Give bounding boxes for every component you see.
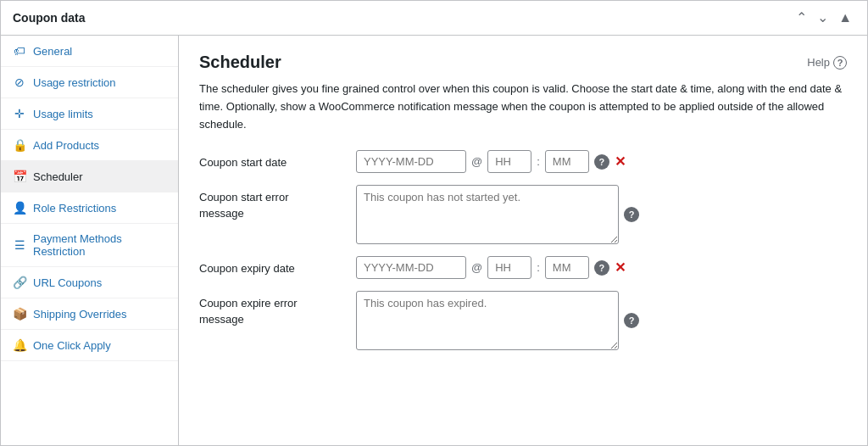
restriction-icon: ⊘ (13, 75, 26, 89)
start-date-label: Coupon start date (199, 150, 356, 170)
link-icon: 🔗 (13, 276, 26, 289)
start-date-clear-icon[interactable]: ✕ (615, 153, 626, 170)
expiry-date-clear-icon[interactable]: ✕ (615, 259, 626, 276)
colon-sign-2: : (537, 261, 540, 274)
sidebar-item-usage-restriction[interactable]: ⊘ Usage restriction (1, 67, 178, 98)
at-sign-1: @ (471, 155, 482, 168)
sidebar-label-add-products: Add Products (33, 139, 99, 152)
sidebar-item-usage-limits[interactable]: ✛ Usage limits (1, 98, 178, 130)
scroll-down-button[interactable]: ⌄ (814, 9, 832, 26)
panel-title: Coupon data (13, 11, 86, 25)
help-icon: ? (833, 56, 847, 70)
form-row-expiry-date: Coupon expiry date @ : ? ✕ (199, 256, 847, 279)
sidebar-item-shipping-overrides[interactable]: 📦 Shipping Overrides (1, 298, 178, 330)
expiry-date-field: @ : ? ✕ (356, 256, 847, 279)
expiry-date-label: Coupon expiry date (199, 256, 356, 276)
sidebar-label-shipping-overrides: Shipping Overrides (33, 308, 127, 321)
section-description: The scheduler gives you fine grained con… (199, 81, 847, 133)
sidebar-item-one-click-apply[interactable]: 🔔 One Click Apply (1, 330, 178, 361)
start-date-field: @ : ? ✕ (356, 150, 847, 173)
start-mm-input[interactable] (545, 150, 589, 173)
section-header: Scheduler Help ? (199, 53, 847, 72)
expiry-hh-input[interactable] (487, 256, 531, 279)
sidebar-label-scheduler: Scheduler (33, 170, 83, 183)
expire-error-field: ? (356, 291, 847, 350)
sidebar-label-usage-restriction: Usage restriction (33, 76, 116, 89)
sidebar-item-role-restrictions[interactable]: 👤 Role Restrictions (1, 192, 178, 224)
lock-icon: 🔒 (13, 138, 26, 152)
start-date-input[interactable] (356, 150, 466, 173)
sidebar-item-scheduler[interactable]: 📅 Scheduler (1, 161, 178, 192)
sidebar-item-payment-methods[interactable]: ☰ Payment Methods Restriction (1, 224, 178, 267)
box-icon: 📦 (13, 307, 26, 321)
expire-error-help-icon[interactable]: ? (624, 313, 639, 328)
start-error-help-icon[interactable]: ? (624, 207, 639, 222)
expire-error-textarea[interactable] (356, 291, 619, 350)
sidebar-label-role-restrictions: Role Restrictions (33, 202, 116, 215)
panel-header: Coupon data ⌃ ⌄ ▲ (1, 1, 867, 36)
list-icon: ☰ (13, 238, 26, 252)
panel-body: 🏷 General ⊘ Usage restriction ✛ Usage li… (1, 36, 867, 445)
sidebar-label-usage-limits: Usage limits (33, 108, 93, 120)
sidebar-label-payment-methods: Payment Methods Restriction (33, 232, 166, 258)
panel-header-controls: ⌃ ⌄ ▲ (793, 9, 855, 26)
help-label: Help (807, 56, 830, 69)
main-content: Scheduler Help ? The scheduler gives you… (179, 36, 867, 445)
section-title: Scheduler (199, 53, 281, 72)
sidebar-item-url-coupons[interactable]: 🔗 URL Coupons (1, 267, 178, 298)
sidebar-label-url-coupons: URL Coupons (33, 276, 102, 289)
start-date-help-icon[interactable]: ? (594, 154, 609, 170)
expiry-mm-input[interactable] (545, 256, 589, 279)
sidebar: 🏷 General ⊘ Usage restriction ✛ Usage li… (1, 36, 179, 445)
sidebar-item-add-products[interactable]: 🔒 Add Products (1, 130, 178, 161)
sidebar-label-one-click-apply: One Click Apply (33, 339, 111, 352)
form-table: Coupon start date @ : ? ✕ Coupon start e… (199, 150, 847, 350)
expiry-date-help-icon[interactable]: ? (594, 260, 609, 276)
sidebar-label-general: General (33, 45, 72, 58)
collapse-button[interactable]: ▲ (835, 9, 855, 26)
tag-icon: 🏷 (13, 44, 26, 58)
expire-error-label: Coupon expire errormessage (199, 291, 356, 326)
person-icon: 👤 (13, 201, 26, 215)
at-sign-2: @ (471, 261, 482, 274)
colon-sign-1: : (537, 155, 540, 168)
expiry-date-input[interactable] (356, 256, 466, 279)
form-row-start-error: Coupon start errormessage ? (199, 185, 847, 244)
bell-icon: 🔔 (13, 338, 26, 352)
plus-icon: ✛ (13, 107, 26, 120)
calendar-icon: 📅 (13, 170, 26, 183)
form-row-expire-error: Coupon expire errormessage ? (199, 291, 847, 350)
start-error-field: ? (356, 185, 847, 244)
coupon-panel: Coupon data ⌃ ⌄ ▲ 🏷 General ⊘ Usage rest… (0, 0, 868, 446)
start-hh-input[interactable] (487, 150, 531, 173)
sidebar-item-general[interactable]: 🏷 General (1, 36, 178, 67)
form-row-start-date: Coupon start date @ : ? ✕ (199, 150, 847, 173)
start-error-textarea[interactable] (356, 185, 619, 244)
start-error-label: Coupon start errormessage (199, 185, 356, 220)
help-link[interactable]: Help ? (807, 56, 847, 70)
scroll-up-button[interactable]: ⌃ (793, 9, 810, 26)
